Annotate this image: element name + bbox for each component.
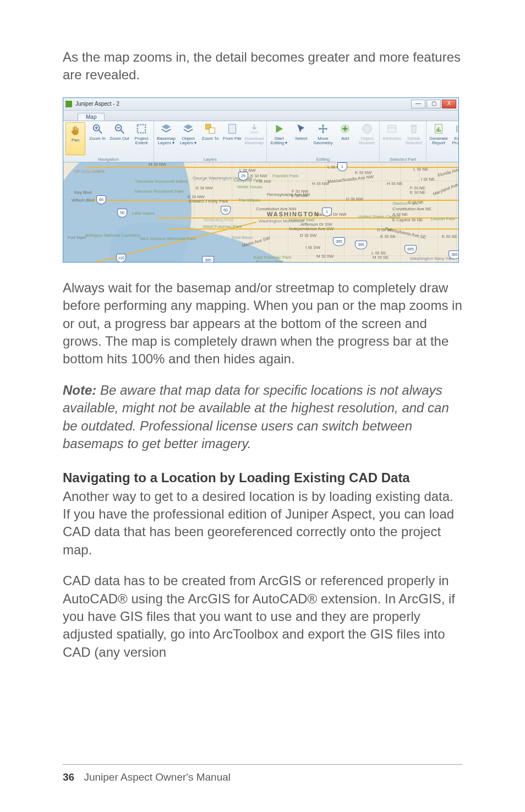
select-button[interactable]: Select bbox=[291, 122, 311, 155]
svg-rect-19 bbox=[438, 127, 439, 132]
ribbon: Pan Zoom In Zoom Out bbox=[63, 121, 458, 162]
start-editing-button[interactable]: Start Editing ▾ bbox=[269, 122, 289, 155]
cursor-icon bbox=[294, 122, 308, 135]
svg-rect-14 bbox=[388, 125, 396, 132]
map-label-city: WASHINGTON bbox=[267, 211, 320, 217]
map-label: Little Island bbox=[132, 211, 154, 216]
svg-rect-10 bbox=[229, 124, 236, 134]
map-label: Washington Navy Yard bbox=[410, 256, 455, 261]
generate-report-button[interactable]: Generate Report bbox=[429, 122, 449, 155]
map-label: F St NE bbox=[410, 186, 425, 190]
project-extent-button[interactable]: Project Extent bbox=[132, 122, 151, 155]
zoom-out-button[interactable]: Zoom Out bbox=[110, 122, 129, 155]
attributes-icon bbox=[385, 122, 398, 135]
hwy-shield: 695 bbox=[404, 245, 417, 254]
svg-point-13 bbox=[363, 124, 372, 134]
map-label: Fort Myer bbox=[68, 235, 86, 240]
map-label: Edward J Kelly Park bbox=[189, 199, 228, 204]
delete-selected-button[interactable]: Delete Selected bbox=[404, 122, 424, 155]
page-number: 36 bbox=[63, 771, 74, 783]
map-label: Bird Johnson Memorial Park bbox=[140, 236, 195, 241]
map-label: I St NE bbox=[421, 177, 435, 182]
basemap-layers-button[interactable]: Basemap Layers ▾ bbox=[156, 122, 176, 155]
pan-button[interactable]: Pan bbox=[65, 122, 85, 155]
map-label: M St SE bbox=[373, 255, 389, 260]
add-button[interactable]: Add bbox=[335, 122, 355, 155]
map-label: Theodore Roosevelt Park bbox=[134, 189, 184, 194]
export-icon bbox=[454, 122, 459, 135]
delete-icon bbox=[407, 122, 420, 135]
zoom-to-icon bbox=[204, 122, 217, 135]
zoom-in-label: Zoom In bbox=[89, 137, 105, 141]
add-label: Add bbox=[341, 137, 349, 141]
after-image-paragraph: Always wait for the basemap and/or stree… bbox=[63, 279, 462, 368]
map-label: E Capitol St NE bbox=[392, 217, 423, 222]
download-basemap-button[interactable]: Download Basemap bbox=[244, 122, 264, 155]
zoom-to-label: Zoom To bbox=[202, 137, 219, 141]
hwy-shield: 66 bbox=[96, 195, 106, 204]
zoom-to-button[interactable]: Zoom To bbox=[200, 122, 220, 155]
ribbon-group-export: Generate Report Export Project ▾ bbox=[426, 121, 459, 162]
svg-rect-7 bbox=[138, 124, 146, 133]
svg-rect-20 bbox=[440, 130, 441, 132]
start-editing-label: Start Editing ▾ bbox=[269, 137, 289, 146]
ribbon-tabbar: Map bbox=[63, 111, 458, 121]
map-label: M St NW bbox=[149, 162, 166, 167]
export-project-button[interactable]: Export Project ▾ bbox=[451, 122, 459, 155]
report-icon bbox=[432, 122, 445, 135]
project-extent-label: Project Extent bbox=[132, 137, 151, 146]
map-label: Massachusetts Ave NW bbox=[327, 174, 374, 184]
from-file-button[interactable]: From File bbox=[222, 122, 242, 155]
window-minimize-button[interactable]: — bbox=[411, 100, 425, 108]
hwy-shield: 395 bbox=[333, 237, 345, 246]
map-label: A St NE bbox=[392, 212, 408, 217]
move-icon bbox=[316, 122, 330, 135]
attributes-button[interactable]: Attributes bbox=[382, 122, 402, 155]
ribbon-group-layers: Basemap Layers ▾ Object Layers ▾ Zoom To bbox=[154, 121, 267, 162]
note-label: Note: bbox=[63, 383, 96, 397]
cad-paragraph-1: Another way to get to a desired location… bbox=[63, 488, 462, 559]
layers-icon bbox=[182, 122, 195, 135]
object-layers-button[interactable]: Object Layers ▾ bbox=[178, 122, 198, 155]
map-label: Constitution Ave NE bbox=[392, 206, 431, 211]
hand-icon bbox=[69, 124, 82, 137]
svg-line-5 bbox=[121, 130, 124, 134]
section-heading: Navigating to a Location by Loading Exis… bbox=[63, 469, 462, 487]
plus-icon bbox=[338, 122, 352, 135]
map-label: Independence Ave SW bbox=[289, 226, 333, 231]
app-screenshot: Juniper Aspect - 2 — ▢ X Map Pan bbox=[63, 97, 459, 263]
delete-selected-label: Delete Selected bbox=[404, 137, 424, 146]
browser-icon bbox=[360, 122, 374, 135]
window-close-button[interactable]: X bbox=[442, 100, 456, 108]
attributes-label: Attributes bbox=[382, 137, 401, 141]
play-icon bbox=[272, 122, 286, 135]
object-browser-button[interactable]: Object Browser bbox=[357, 122, 377, 155]
window-maximize-button[interactable]: ▢ bbox=[426, 100, 441, 108]
app-icon bbox=[65, 101, 72, 107]
svg-rect-11 bbox=[250, 131, 259, 133]
download-basemap-label: Download Basemap bbox=[244, 137, 264, 146]
map-label: West Potomac Park bbox=[203, 224, 242, 229]
map-label: Lincoln Park bbox=[431, 216, 455, 221]
window-title: Juniper Aspect - 2 bbox=[75, 101, 411, 107]
svg-rect-9 bbox=[209, 128, 215, 133]
map-label: E St SE bbox=[442, 234, 457, 239]
map-label: Key Blvd bbox=[74, 190, 92, 195]
map-label: Reflecting Pool bbox=[204, 217, 233, 222]
hwy-shield: 50 bbox=[117, 209, 127, 217]
extent-icon bbox=[135, 122, 148, 135]
map-label: Franklin Park bbox=[272, 173, 298, 178]
map-label: Tidal Basin bbox=[231, 235, 253, 240]
file-icon bbox=[226, 122, 239, 135]
map-view[interactable]: OF COLUMBIA M St NW L St NW L St NW K St… bbox=[63, 162, 458, 263]
map-label: Arlington National Cemetery bbox=[85, 233, 140, 238]
tab-map[interactable]: Map bbox=[78, 113, 105, 121]
svg-rect-16 bbox=[411, 124, 417, 126]
map-label: Wilson Blvd bbox=[72, 198, 95, 203]
layers-icon bbox=[160, 122, 173, 135]
move-geometry-button[interactable]: Move Geometry bbox=[313, 122, 333, 155]
map-label: OF COLUMBIA bbox=[74, 169, 105, 174]
zoom-out-label: Zoom Out bbox=[110, 137, 129, 141]
hwy-shield: 29 bbox=[238, 172, 248, 181]
zoom-in-button[interactable]: Zoom In bbox=[88, 122, 107, 155]
